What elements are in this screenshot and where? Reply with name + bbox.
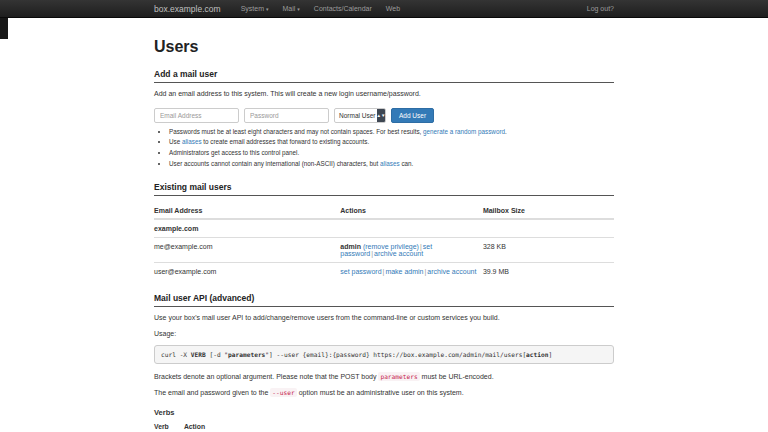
api-note-brackets: Brackets denote an optional argument. Pl… [154, 372, 614, 383]
note-item: User accounts cannot contain any interna… [169, 159, 614, 170]
section-heading-api: Mail user API (advanced) [154, 293, 614, 307]
nav-item-contacts-calendar[interactable]: Contacts/Calendar [307, 5, 379, 12]
privilege-selected-value: Normal User [335, 112, 377, 119]
domain-group-row: example.com [154, 219, 614, 238]
user-actions: set password|make admin|archive account [340, 263, 483, 281]
section-heading-existing-users: Existing mail users [154, 182, 614, 196]
chevron-down-icon: ▲▼ [377, 109, 385, 122]
note-item: Administrators get access to this contro… [169, 148, 614, 159]
column-header-verb: Verb [154, 419, 184, 432]
add-user-intro: Add an email address to this system. Thi… [154, 89, 614, 100]
add-user-form: Normal User ▲▼ Add User [154, 108, 614, 123]
api-intro: Use your box's mail user API to add/chan… [154, 313, 614, 324]
inline-code: --user [270, 388, 296, 397]
archive-account-link[interactable]: archive account [427, 268, 476, 275]
left-edge-artifact [0, 18, 8, 39]
nav-item-web[interactable]: Web [379, 5, 407, 12]
column-header-mailbox-size: Mailbox Size [483, 202, 614, 219]
note-item: Passwords must be at least eight charact… [169, 127, 614, 138]
remove-privilege-link[interactable]: (remove privilege) [363, 243, 419, 250]
make-admin-link[interactable]: make admin [385, 268, 423, 275]
add-user-button[interactable]: Add User [391, 108, 434, 123]
user-email: me@example.com [154, 238, 340, 263]
nav-item-system[interactable]: System▾ [234, 5, 276, 12]
verbs-table: Verb Action GET (none) Returns a list of… [154, 419, 614, 432]
main-content: Users Add a mail user Add an email addre… [154, 38, 614, 432]
email-field[interactable] [154, 108, 239, 123]
brand-link[interactable]: box.example.com [154, 4, 221, 14]
column-header-action: Action [184, 419, 253, 432]
aliases-link[interactable]: aliases [182, 138, 202, 145]
chevron-down-icon: ▾ [266, 6, 269, 12]
add-user-notes: Passwords must be at least eight charact… [169, 127, 614, 170]
verbs-heading: Verbs [154, 408, 614, 417]
api-usage-label: Usage: [154, 329, 614, 340]
user-actions: admin (remove privilege)|set password|ar… [340, 238, 483, 263]
column-header-blank [253, 419, 614, 432]
inline-code: parameters [378, 372, 419, 381]
api-usage-command: curl -X VERB [-d "parameters"] --user {e… [154, 345, 614, 364]
mailbox-size: 328 KB [483, 238, 614, 263]
table-row: me@example.com admin (remove privilege)|… [154, 238, 614, 263]
admin-badge: admin [340, 243, 361, 250]
user-email: user@example.com [154, 263, 340, 281]
note-item: Use aliases to create email addresses th… [169, 137, 614, 148]
mailbox-size: 39.9 MB [483, 263, 614, 281]
section-heading-add-user: Add a mail user [154, 69, 614, 83]
chevron-down-icon: ▾ [297, 6, 300, 12]
set-password-link[interactable]: set password [340, 268, 381, 275]
nav-item-mail[interactable]: Mail▾ [275, 5, 306, 12]
top-navbar: box.example.com System▾ Mail▾ Contacts/C… [0, 0, 768, 18]
api-note-user-option: The email and password given to the --us… [154, 388, 614, 399]
aliases-link[interactable]: aliases [380, 160, 400, 167]
table-row: user@example.com set password|make admin… [154, 263, 614, 281]
column-header-email: Email Address [154, 202, 340, 219]
page-title: Users [154, 38, 614, 56]
existing-users-table: Email Address Actions Mailbox Size examp… [154, 202, 614, 280]
archive-account-link[interactable]: archive account [374, 250, 423, 257]
privilege-select[interactable]: Normal User ▲▼ [334, 108, 386, 123]
logout-link[interactable]: Log out? [587, 5, 614, 12]
column-header-actions: Actions [340, 202, 483, 219]
generate-password-link[interactable]: generate a random password [423, 128, 505, 135]
domain-group-label: example.com [154, 219, 614, 238]
password-field[interactable] [244, 108, 329, 123]
